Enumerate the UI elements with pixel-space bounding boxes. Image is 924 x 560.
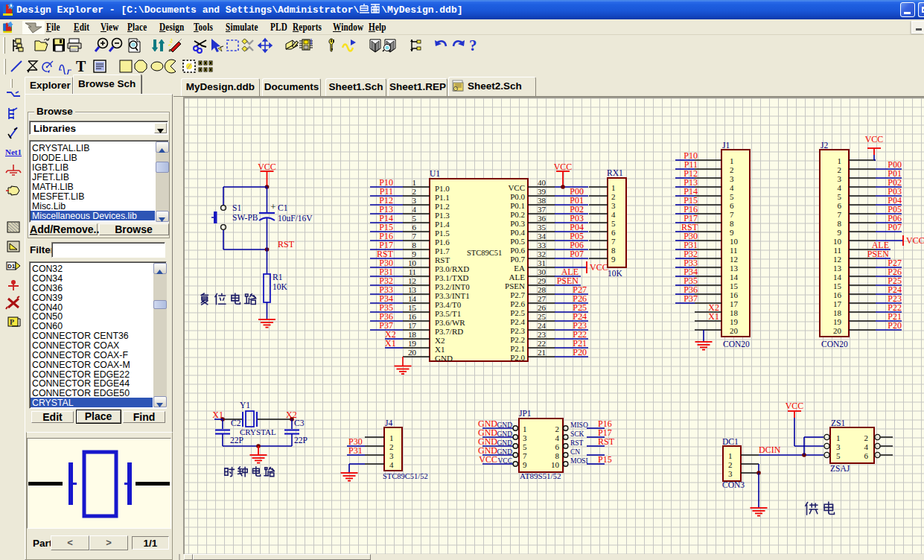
svg-text:2: 2	[611, 192, 616, 201]
svg-text:19: 19	[730, 317, 739, 326]
svg-text:7: 7	[730, 210, 734, 219]
svg-text:23: 23	[538, 330, 547, 339]
svg-text:13: 13	[408, 285, 417, 294]
svg-text:P20: P20	[888, 320, 902, 331]
svg-text:16: 16	[408, 312, 417, 321]
svg-text:P1.6: P1.6	[435, 238, 450, 246]
svg-text:J2: J2	[821, 141, 828, 150]
svg-text:5: 5	[412, 214, 417, 223]
svg-text:C3: C3	[294, 419, 305, 427]
svg-text:3: 3	[728, 469, 733, 478]
svg-text:VCC: VCC	[786, 401, 804, 411]
svg-text:5: 5	[523, 442, 527, 451]
svg-text:7: 7	[611, 237, 616, 246]
svg-text:3: 3	[523, 433, 527, 442]
svg-text:18: 18	[408, 330, 417, 339]
svg-text:Net1: Net1	[5, 147, 22, 156]
svg-text:18: 18	[833, 308, 842, 317]
svg-text:19: 19	[833, 317, 842, 326]
svg-text:14: 14	[833, 273, 842, 281]
svg-text:9: 9	[838, 228, 842, 237]
svg-text:P0.2: P0.2	[510, 210, 525, 219]
svg-text:?: ?	[469, 37, 477, 54]
svg-text:6: 6	[412, 223, 417, 232]
svg-text:2: 2	[412, 187, 417, 196]
svg-text:11: 11	[833, 246, 841, 255]
svg-text:P3.7/RD: P3.7/RD	[435, 327, 463, 336]
svg-text:25: 25	[538, 312, 547, 321]
svg-text:2: 2	[864, 433, 869, 442]
svg-text:8: 8	[555, 451, 560, 460]
svg-text:P0.7: P0.7	[510, 255, 525, 264]
svg-text:10K: 10K	[608, 269, 623, 278]
svg-text:11: 11	[730, 246, 738, 255]
svg-text:8: 8	[412, 241, 417, 249]
svg-text:20: 20	[833, 326, 842, 335]
svg-text:8: 8	[838, 219, 842, 228]
svg-text:22P: 22P	[294, 436, 308, 445]
svg-text:4: 4	[412, 205, 417, 214]
svg-text:GND: GND	[435, 354, 453, 363]
svg-text:14: 14	[730, 273, 739, 281]
svg-text:39: 39	[538, 187, 547, 196]
svg-text:ZSAJ: ZSAJ	[830, 464, 850, 473]
svg-text:11: 11	[408, 267, 416, 276]
svg-text:RST: RST	[435, 255, 450, 264]
svg-text:37: 37	[538, 205, 547, 214]
svg-text:P2.3: P2.3	[510, 326, 525, 335]
svg-text:P1.2: P1.2	[435, 202, 450, 211]
svg-text:22: 22	[538, 339, 546, 348]
svg-text:P3.5/T1: P3.5/T1	[435, 309, 461, 318]
svg-text:10: 10	[730, 237, 739, 246]
svg-text:P0.1: P0.1	[510, 201, 525, 210]
svg-text:P0.4: P0.4	[510, 228, 525, 237]
svg-text:+: +	[270, 201, 275, 212]
svg-text:22P: 22P	[230, 436, 243, 445]
svg-text:3: 3	[838, 174, 842, 183]
svg-text:P2.5: P2.5	[510, 308, 525, 317]
svg-text:17: 17	[730, 299, 739, 308]
svg-text:20: 20	[408, 348, 417, 357]
svg-text:16: 16	[730, 290, 739, 299]
svg-text:13: 13	[833, 264, 842, 273]
svg-text:21: 21	[538, 348, 546, 357]
svg-text:3: 3	[389, 451, 394, 460]
svg-text:PSEN: PSEN	[867, 249, 890, 259]
svg-text:17: 17	[833, 299, 842, 308]
svg-text:VCC: VCC	[508, 183, 525, 192]
svg-text:GND: GND	[497, 448, 512, 456]
svg-text:5: 5	[838, 192, 842, 201]
svg-text:12: 12	[408, 276, 416, 285]
svg-text:U1: U1	[430, 169, 440, 178]
svg-text:16: 16	[833, 290, 842, 299]
svg-text:20: 20	[730, 326, 739, 335]
svg-text:P15: P15	[598, 454, 612, 465]
svg-text:2: 2	[838, 165, 842, 174]
svg-text:9: 9	[611, 255, 616, 264]
svg-text:S1: S1	[232, 203, 241, 212]
svg-text:R1: R1	[273, 273, 283, 281]
svg-text:P3.4/T0: P3.4/T0	[435, 300, 462, 309]
svg-text:12: 12	[833, 255, 841, 264]
svg-text:4: 4	[611, 210, 616, 219]
svg-text:X2: X2	[435, 336, 445, 345]
svg-text:P0.6: P0.6	[510, 246, 525, 255]
svg-text:P07: P07	[888, 222, 902, 232]
svg-text:29: 29	[538, 276, 547, 285]
svg-text:P3.0/RXD: P3.0/RXD	[435, 264, 469, 273]
svg-text:SCK: SCK	[570, 430, 584, 438]
svg-text:VCC: VCC	[497, 457, 512, 465]
svg-text:9: 9	[412, 249, 417, 258]
svg-text:1: 1	[412, 178, 417, 187]
svg-text:VCC: VCC	[865, 134, 884, 144]
svg-text:6: 6	[864, 451, 869, 460]
svg-text:ALE: ALE	[509, 273, 526, 281]
svg-text:7: 7	[838, 210, 842, 219]
svg-text:DCIN: DCIN	[759, 445, 781, 455]
svg-text:2: 2	[728, 460, 733, 469]
svg-text:30: 30	[538, 267, 547, 276]
svg-text:1: 1	[389, 433, 394, 442]
svg-text:4: 4	[864, 442, 869, 451]
svg-text:4: 4	[389, 460, 394, 469]
svg-text:5: 5	[730, 192, 734, 201]
